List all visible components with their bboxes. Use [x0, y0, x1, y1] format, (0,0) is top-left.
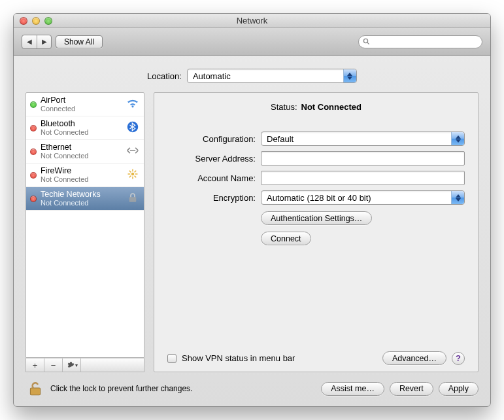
search-field[interactable] [358, 35, 482, 48]
connections-sidebar: AirPort Connected Bluetooth Not Connecte… [25, 92, 144, 372]
svg-line-11 [135, 170, 137, 172]
account-name-label: Account Name: [167, 173, 256, 183]
configuration-label: Configuration: [167, 134, 256, 144]
connection-item-bluetooth[interactable]: Bluetooth Not Connected [26, 116, 144, 140]
svg-line-9 [135, 175, 137, 177]
configuration-value: Default [267, 134, 294, 144]
lock-text: Click the lock to prevent further change… [50, 384, 192, 393]
encryption-value: Automatic (128 bit or 40 bit) [267, 193, 371, 203]
popup-arrows-icon [451, 191, 464, 204]
gear-icon [66, 361, 75, 370]
ethernet-icon [126, 146, 140, 158]
content-area: Location: Automatic AirPort Connected [14, 56, 490, 406]
server-address-label: Server Address: [167, 154, 256, 164]
wifi-icon [126, 98, 140, 111]
status-dot-disconnected [30, 172, 37, 179]
svg-rect-13 [30, 388, 40, 395]
connection-item-ethernet[interactable]: Ethernet Not Connected [26, 140, 144, 164]
account-name-input[interactable] [261, 171, 465, 185]
show-vpn-label: Show VPN status in menu bar [182, 353, 295, 363]
assist-me-button[interactable]: Assist me… [321, 382, 384, 396]
encryption-label: Encryption: [167, 193, 256, 203]
remove-connection-button[interactable]: − [44, 359, 63, 372]
footer-row: Click the lock to prevent further change… [25, 372, 479, 398]
status-dot-disconnected [30, 196, 37, 202]
connections-list: AirPort Connected Bluetooth Not Connecte… [25, 92, 144, 358]
status-value: Not Connected [301, 102, 361, 112]
connection-status: Not Connected [41, 152, 122, 160]
window-title: Network [14, 16, 490, 26]
svg-line-10 [129, 175, 131, 177]
apply-button[interactable]: Apply [439, 382, 479, 396]
connection-name: Bluetooth [41, 120, 122, 129]
vpn-lock-icon [126, 192, 140, 206]
location-label: Location: [147, 71, 182, 81]
status-dot-disconnected [30, 149, 37, 155]
bluetooth-icon [126, 121, 140, 135]
vpn-form: Configuration: Default Server Address: A… [167, 131, 465, 245]
status-dot-connected [30, 101, 37, 108]
connection-name: Techie Networks [41, 190, 122, 200]
detail-panel: Status: Not Connected Configuration: Def… [154, 92, 479, 372]
toolbar: ◀ ▶ Show All [14, 28, 490, 56]
titlebar: Network [14, 14, 490, 28]
server-address-input[interactable] [261, 151, 465, 166]
location-value: Automatic [193, 71, 231, 81]
help-button[interactable]: ? [452, 352, 465, 365]
connection-status: Not Connected [41, 128, 122, 136]
forward-button[interactable]: ▶ [37, 35, 51, 48]
nav-back-forward: ◀ ▶ [22, 35, 52, 49]
search-input[interactable] [373, 37, 478, 46]
popup-arrows-icon [451, 132, 464, 145]
svg-point-3 [131, 172, 135, 175]
svg-point-0 [363, 39, 367, 43]
location-row: Location: Automatic [25, 69, 479, 83]
connections-list-toolbar: + − ▾ [25, 358, 144, 372]
search-icon [363, 38, 370, 45]
connection-item-techie-networks[interactable]: Techie Networks Not Connected [26, 187, 144, 211]
status-dot-disconnected [30, 125, 37, 131]
advanced-button[interactable]: Advanced… [382, 351, 446, 365]
actions-gear-button[interactable]: ▾ [63, 359, 81, 372]
add-connection-button[interactable]: + [26, 359, 44, 372]
connection-name: FireWire [41, 167, 122, 176]
svg-rect-12 [129, 197, 137, 202]
lock-icon[interactable] [25, 379, 45, 398]
status-line: Status: Not Connected [167, 102, 465, 112]
connection-item-firewire[interactable]: FireWire Not Connected [26, 164, 144, 187]
connection-status: Not Connected [41, 199, 122, 207]
encryption-popup[interactable]: Automatic (128 bit or 40 bit) [261, 190, 465, 205]
popup-arrows-icon [343, 69, 356, 82]
svg-line-8 [129, 170, 131, 172]
status-label: Status: [271, 102, 297, 112]
connect-button[interactable]: Connect [261, 232, 311, 245]
svg-line-1 [367, 43, 369, 44]
network-preferences-window: Network ◀ ▶ Show All Location: Automatic [13, 13, 491, 407]
back-button[interactable]: ◀ [22, 35, 37, 48]
connection-name: AirPort [41, 96, 122, 105]
authentication-settings-button[interactable]: Authentication Settings… [261, 211, 372, 225]
connection-name: Ethernet [41, 143, 122, 152]
location-popup[interactable]: Automatic [187, 69, 357, 83]
show-vpn-checkbox[interactable] [167, 354, 176, 363]
configuration-popup[interactable]: Default [261, 131, 465, 146]
connection-item-airport[interactable]: AirPort Connected [26, 93, 144, 116]
detail-bottom-row: Show VPN status in menu bar Advanced… ? [167, 346, 465, 365]
revert-button[interactable]: Revert [390, 382, 433, 396]
show-all-button[interactable]: Show All [56, 35, 103, 48]
connection-status: Not Connected [41, 175, 122, 183]
connection-status: Connected [41, 105, 122, 113]
firewire-icon [126, 168, 140, 183]
